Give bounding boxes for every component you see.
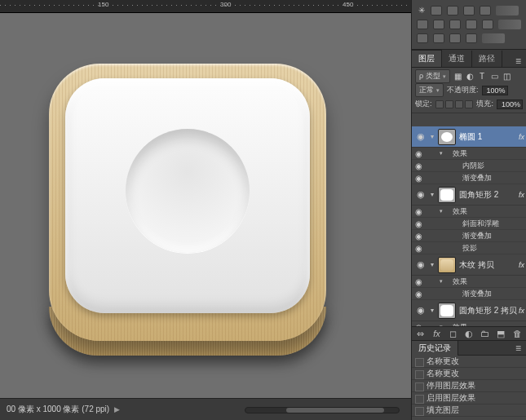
expand-triangle-icon[interactable]: ▾ bbox=[428, 191, 436, 198]
lock-position-icon[interactable] bbox=[455, 100, 463, 108]
expand-triangle-icon[interactable]: ▾ bbox=[428, 133, 436, 140]
snap-icon[interactable] bbox=[433, 33, 444, 43]
ruler-tick: 450 bbox=[343, 1, 353, 8]
panel-grip-2[interactable] bbox=[498, 20, 521, 29]
visibility-eye-icon[interactable]: ◉ bbox=[415, 189, 427, 201]
fill-input[interactable]: 100% bbox=[497, 99, 523, 109]
panel-grip[interactable] bbox=[496, 6, 519, 15]
effect-item[interactable]: ◉内阴影 bbox=[412, 160, 526, 172]
ruler-tick: 150 bbox=[98, 1, 108, 8]
history-list[interactable]: 名称更改 名称更改 停用图层效果 启用图层效果 填充图层 bbox=[412, 356, 526, 420]
layer-row[interactable]: ◉ ▾ 圆角矩形 2 fx bbox=[412, 184, 526, 206]
3d-icon[interactable] bbox=[466, 20, 477, 29]
layer-thumbnail[interactable] bbox=[438, 187, 456, 203]
filter-smart-icon[interactable]: ◫ bbox=[502, 72, 511, 81]
layer-thumbnail[interactable] bbox=[438, 129, 456, 145]
expand-triangle-icon[interactable]: ▾ bbox=[428, 261, 436, 268]
chevron-down-icon: ▾ bbox=[443, 73, 446, 80]
layer-row[interactable]: ◉ ▾ 圆角矩形 2 拷贝 fx bbox=[412, 300, 526, 321]
fx-badge[interactable]: fx bbox=[519, 307, 524, 315]
tab-paths[interactable]: 路径 bbox=[472, 51, 502, 67]
fx-badge[interactable]: fx bbox=[519, 133, 524, 141]
effect-item[interactable]: ◉渐变叠加 bbox=[412, 288, 526, 300]
lock-label: 锁定: bbox=[415, 99, 432, 109]
filter-image-icon[interactable]: ▦ bbox=[453, 72, 462, 81]
crop-mode-icon[interactable] bbox=[417, 20, 428, 29]
panel-menu-icon[interactable]: ≡ bbox=[511, 55, 526, 67]
layer-name[interactable]: 圆角矩形 2 bbox=[459, 189, 498, 201]
group-add-icon[interactable]: 🗀 bbox=[480, 328, 491, 339]
layer-row[interactable]: ◉ ▾ 椭圆 1 fx bbox=[412, 126, 526, 148]
align-icon[interactable] bbox=[417, 33, 428, 43]
balance-icon[interactable] bbox=[433, 20, 444, 29]
color-icon[interactable] bbox=[449, 20, 461, 29]
effect-item[interactable]: ◉渐变叠加 bbox=[412, 172, 526, 184]
effect-item[interactable]: ◉渐变叠加 bbox=[412, 230, 526, 242]
visibility-eye-icon[interactable]: ◉ bbox=[415, 259, 427, 271]
history-item[interactable]: 停用图层效果 bbox=[412, 380, 526, 392]
guides-icon[interactable] bbox=[449, 33, 461, 43]
effects-header[interactable]: ◉▾效果 bbox=[412, 276, 526, 288]
filter-text-icon[interactable]: T bbox=[478, 72, 487, 81]
panel-tabs: 图层 通道 路径 ≡ bbox=[412, 50, 526, 68]
measure-icon[interactable] bbox=[466, 33, 477, 43]
mask-add-icon[interactable]: ◻ bbox=[447, 328, 458, 339]
h-scrollbar[interactable] bbox=[245, 407, 400, 413]
layer-name[interactable]: 椭圆 1 bbox=[459, 131, 482, 143]
history-item[interactable]: 名称更改 bbox=[412, 356, 526, 368]
layer-row[interactable]: ◉ ▾ 木纹 拷贝 fx bbox=[412, 254, 526, 276]
grid-icon[interactable] bbox=[482, 20, 493, 29]
panel-menu-icon[interactable]: ≡ bbox=[511, 343, 526, 354]
options-strip: ✳ bbox=[412, 0, 526, 50]
effects-header[interactable]: ◉▾效果 bbox=[412, 206, 526, 218]
fx-badge[interactable]: fx bbox=[519, 261, 524, 269]
ruler-horizontal[interactable]: 150 300 450 bbox=[0, 0, 411, 13]
visibility-eye-icon[interactable]: ◉ bbox=[415, 305, 427, 316]
adjust-icon[interactable] bbox=[463, 6, 475, 15]
filter-kind-dropdown[interactable]: ρ 类型 ▾ bbox=[415, 69, 450, 83]
history-item[interactable]: 名称更改 bbox=[412, 368, 526, 380]
effect-item[interactable]: ◉斜面和浮雕 bbox=[412, 218, 526, 230]
link-icon[interactable]: ⇔ bbox=[415, 328, 427, 339]
layer-list[interactable]: ◉ ▾ 椭圆 1 fx ◉▾效果 ◉内阴影 ◉渐变叠加 ◉ ▾ 圆角矩形 2 f… bbox=[412, 126, 526, 326]
effect-item[interactable]: ◉投影 bbox=[412, 242, 526, 254]
opacity-label: 不透明度: bbox=[447, 85, 479, 95]
white-plate bbox=[65, 78, 310, 313]
opacity-input[interactable]: 100% bbox=[482, 86, 508, 95]
lock-all-icon[interactable] bbox=[465, 100, 473, 108]
layer-name[interactable]: 圆角矩形 2 拷贝 bbox=[459, 305, 517, 316]
tab-history[interactable]: 历史记录 bbox=[412, 340, 458, 356]
layer-add-icon[interactable]: ⬒ bbox=[496, 328, 507, 339]
filter-adjust-icon[interactable]: ◐ bbox=[466, 72, 475, 81]
history-item[interactable]: 启用图层效果 bbox=[412, 392, 526, 405]
fx-badge[interactable]: fx bbox=[519, 191, 524, 199]
mask-mode-icon[interactable] bbox=[447, 6, 458, 15]
expand-triangle-icon[interactable]: ▾ bbox=[428, 307, 436, 314]
ruler-tick: 300 bbox=[220, 1, 231, 8]
trash-icon[interactable]: 🗑 bbox=[511, 328, 523, 339]
blend-mode-dropdown[interactable]: 正常 ▾ bbox=[415, 83, 444, 97]
panel-grip-3[interactable] bbox=[482, 33, 505, 43]
visibility-eye-icon[interactable]: ◉ bbox=[415, 131, 427, 143]
history-item[interactable]: 填充图层 bbox=[412, 405, 526, 417]
tab-channels[interactable]: 通道 bbox=[442, 51, 472, 67]
status-arrow-icon[interactable]: ▶ bbox=[114, 405, 120, 413]
layers-footer: ⇔ fx ◻ ◐ 🗀 ⬒ 🗑 bbox=[412, 326, 526, 341]
artwork-icon bbox=[49, 64, 326, 341]
lock-transparency-icon[interactable] bbox=[435, 100, 444, 108]
tab-layers[interactable]: 图层 bbox=[412, 50, 442, 67]
fx-panel-icon[interactable] bbox=[480, 6, 491, 15]
layers-toggle-icon[interactable] bbox=[431, 6, 442, 15]
filter-shape-icon[interactable]: ▭ bbox=[490, 72, 499, 81]
right-panels: ✳ 图层 通道 路径 ≡ bbox=[411, 0, 526, 420]
fx-add-icon[interactable]: fx bbox=[431, 328, 443, 339]
h-scroll-thumb[interactable] bbox=[286, 408, 384, 413]
canvas[interactable] bbox=[0, 13, 411, 398]
layer-thumbnail[interactable] bbox=[438, 257, 456, 273]
brightness-icon[interactable]: ✳ bbox=[417, 6, 426, 15]
effects-header[interactable]: ◉▾效果 bbox=[412, 148, 526, 160]
layer-name[interactable]: 木纹 拷贝 bbox=[459, 259, 494, 271]
layer-thumbnail[interactable] bbox=[438, 303, 456, 319]
lock-pixels-icon[interactable] bbox=[445, 100, 453, 108]
adjustment-add-icon[interactable]: ◐ bbox=[463, 328, 475, 339]
